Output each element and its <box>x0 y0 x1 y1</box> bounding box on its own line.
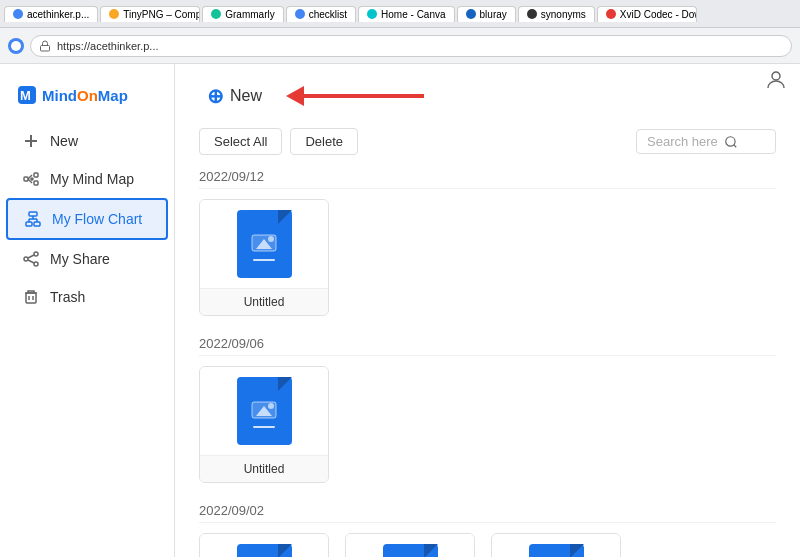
new-button-row: ⊕ New <box>199 80 776 112</box>
svg-point-19 <box>34 252 38 256</box>
lines-icon <box>253 259 275 263</box>
svg-rect-12 <box>29 212 37 216</box>
svg-rect-36 <box>253 426 275 428</box>
svg-rect-13 <box>26 222 32 226</box>
date-label-0: 2022/09/12 <box>199 169 776 189</box>
file-name-0-0: Untitled <box>200 288 328 315</box>
trash-icon <box>22 288 40 306</box>
svg-point-20 <box>24 257 28 261</box>
sidebar-item-mindmap[interactable]: My Mind Map <box>6 160 168 198</box>
file-preview <box>200 367 328 455</box>
logo-area: M MindOnMap <box>0 74 174 122</box>
tab-bluray[interactable]: bluray <box>457 6 516 22</box>
file-icon <box>529 544 584 557</box>
arrow-head <box>286 86 304 106</box>
tab-canva[interactable]: Home - Canva <box>358 6 454 22</box>
sidebar-item-flowchart[interactable]: My Flow Chart <box>6 198 168 240</box>
arrow-line <box>304 94 424 98</box>
toolbar-row: Select All Delete Search here <box>199 128 776 155</box>
tab-xvid[interactable]: XviD Codec - Down... <box>597 6 697 22</box>
mindmap-icon <box>22 170 40 188</box>
lines-icon <box>253 426 275 430</box>
file-icon <box>237 544 292 557</box>
svg-point-27 <box>726 136 735 145</box>
select-all-button[interactable]: Select All <box>199 128 282 155</box>
red-arrow-indicator <box>286 86 424 106</box>
new-plus-icon: ⊕ <box>207 84 224 108</box>
tab-grammarly[interactable]: Grammarly <box>202 6 283 22</box>
browser-favicon <box>8 38 24 54</box>
svg-rect-32 <box>253 259 275 261</box>
file-card[interactable]: Untitled <box>199 366 329 483</box>
file-preview <box>492 534 620 557</box>
svg-text:M: M <box>20 88 31 103</box>
user-icon-area[interactable] <box>764 68 788 96</box>
new-button[interactable]: ⊕ New <box>199 80 270 112</box>
sidebar: M MindOnMap New <box>0 64 175 557</box>
svg-line-22 <box>28 255 34 258</box>
svg-rect-6 <box>24 177 28 181</box>
tab-synonyms[interactable]: synonyms <box>518 6 595 22</box>
browser-tabs: acethinker.p... TinyPNG – Compre... Gram… <box>0 0 800 28</box>
toolbar-left: Select All Delete <box>199 128 358 155</box>
logo-icon: M <box>16 84 38 106</box>
sidebar-item-share[interactable]: My Share <box>6 240 168 278</box>
sidebar-item-flowchart-label: My Flow Chart <box>52 211 142 227</box>
file-preview <box>200 200 328 288</box>
file-preview <box>200 534 328 557</box>
file-grid-0: Untitled <box>199 199 776 316</box>
file-card[interactable] <box>491 533 621 557</box>
tab-tinypng[interactable]: TinyPNG – Compre... <box>100 6 200 22</box>
file-grid-2 <box>199 533 776 557</box>
file-icon <box>237 210 292 278</box>
date-section-2: 2022/09/02 <box>199 503 776 557</box>
sidebar-item-mindmap-label: My Mind Map <box>50 171 134 187</box>
app-layout: M MindOnMap New <box>0 64 800 557</box>
sidebar-item-trash-label: Trash <box>50 289 85 305</box>
svg-rect-24 <box>26 293 36 303</box>
svg-point-21 <box>34 262 38 266</box>
mountain-icon <box>250 400 278 422</box>
svg-point-0 <box>11 41 21 51</box>
browser-bar: https://acethinker.p... <box>0 28 800 64</box>
tab-checklist[interactable]: checklist <box>286 6 356 22</box>
sidebar-item-new[interactable]: New <box>6 122 168 160</box>
delete-button[interactable]: Delete <box>290 128 358 155</box>
file-card[interactable]: Untitled <box>199 199 329 316</box>
file-icon-inner <box>250 400 278 430</box>
date-section-1: 2022/09/06 <box>199 336 776 483</box>
search-box[interactable]: Search here <box>636 129 776 154</box>
file-grid-1: Untitled <box>199 366 776 483</box>
file-icon-inner <box>250 233 278 263</box>
date-label-1: 2022/09/06 <box>199 336 776 356</box>
main-content: ⊕ New Select All Delete Search here <box>175 64 800 557</box>
file-card[interactable] <box>345 533 475 557</box>
file-icon <box>237 377 292 445</box>
svg-line-23 <box>28 260 34 263</box>
logo-text: MindOnMap <box>42 87 128 104</box>
search-placeholder-text: Search here <box>647 134 718 149</box>
file-name-1-0: Untitled <box>200 455 328 482</box>
user-icon <box>764 68 788 92</box>
search-icon <box>724 135 738 149</box>
svg-rect-14 <box>34 222 40 226</box>
file-preview <box>346 534 474 557</box>
file-icon <box>383 544 438 557</box>
sidebar-item-new-label: New <box>50 133 78 149</box>
svg-rect-8 <box>34 181 38 185</box>
mountain-icon <box>250 233 278 255</box>
svg-rect-7 <box>34 173 38 177</box>
url-bar[interactable]: https://acethinker.p... <box>30 35 792 57</box>
svg-point-11 <box>31 178 33 180</box>
file-card[interactable] <box>199 533 329 557</box>
plus-icon <box>22 132 40 150</box>
svg-rect-1 <box>41 45 50 51</box>
svg-point-31 <box>268 236 274 242</box>
sidebar-item-share-label: My Share <box>50 251 110 267</box>
sidebar-item-trash[interactable]: Trash <box>6 278 168 316</box>
svg-point-35 <box>268 403 274 409</box>
date-section-0: 2022/09/12 <box>199 169 776 316</box>
tab-acethinker[interactable]: acethinker.p... <box>4 6 98 22</box>
svg-line-28 <box>734 144 737 147</box>
svg-point-49 <box>772 72 780 80</box>
